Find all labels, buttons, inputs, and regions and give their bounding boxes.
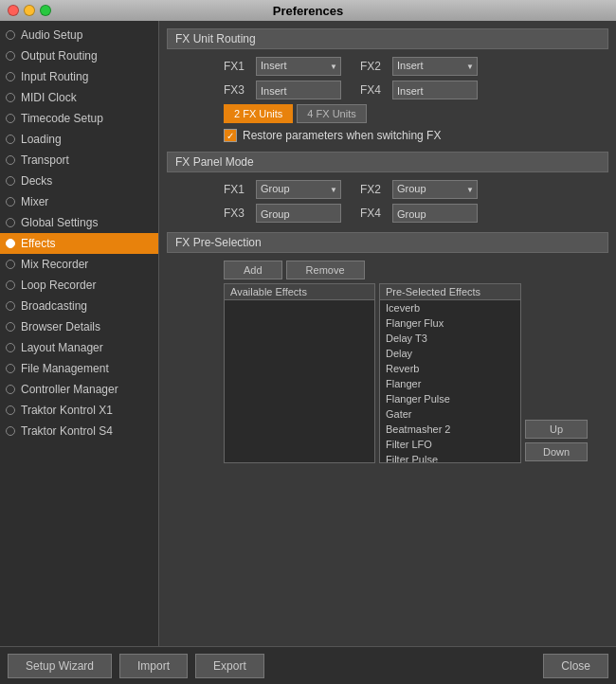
sidebar-label-loop-recorder: Loop Recorder bbox=[21, 279, 96, 292]
sidebar-bullet-file-management bbox=[6, 364, 15, 373]
sidebar-bullet-mixer bbox=[6, 197, 15, 207]
effect-reverb[interactable]: Reverb bbox=[380, 361, 520, 376]
panel-fx2-label: FX2 bbox=[360, 183, 389, 196]
effect-gater[interactable]: Gater bbox=[380, 406, 520, 422]
sidebar-item-file-management[interactable]: File Management bbox=[0, 358, 158, 379]
sidebar-item-decks[interactable]: Decks bbox=[0, 171, 158, 191]
export-button[interactable]: Export bbox=[195, 654, 264, 678]
sidebar-item-transport[interactable]: Transport bbox=[0, 150, 158, 171]
panel-fx1-select[interactable]: Group bbox=[256, 180, 341, 199]
sidebar-bullet-mix-recorder bbox=[6, 260, 15, 269]
maximize-traffic-light[interactable] bbox=[40, 5, 51, 16]
4fx-units-button[interactable]: 4 FX Units bbox=[297, 104, 366, 123]
sidebar-item-traktor-kontrol-x1[interactable]: Traktor Kontrol X1 bbox=[0, 400, 158, 421]
fx2-select[interactable]: Insert bbox=[392, 57, 478, 76]
sidebar-bullet-controller-manager bbox=[6, 385, 15, 394]
sidebar-bullet-effects bbox=[6, 239, 15, 248]
sidebar-item-effects[interactable]: Effects bbox=[0, 233, 158, 254]
panel-fx1-label: FX1 bbox=[224, 183, 252, 196]
fx-panel-row-1: FX1 Group FX2 Group bbox=[167, 180, 608, 199]
title-bar: Preferences bbox=[0, 0, 616, 21]
fx1-select[interactable]: Insert bbox=[256, 57, 341, 76]
sidebar-bullet-midi-clock bbox=[6, 93, 15, 102]
2fx-units-button[interactable]: 2 FX Units bbox=[224, 104, 293, 123]
up-button[interactable]: Up bbox=[525, 420, 588, 439]
sidebar-label-mix-recorder: Mix Recorder bbox=[21, 258, 88, 271]
sidebar-item-loop-recorder[interactable]: Loop Recorder bbox=[0, 275, 158, 296]
sidebar-item-broadcasting[interactable]: Broadcasting bbox=[0, 296, 158, 316]
sidebar-item-midi-clock[interactable]: MIDI Clock bbox=[0, 87, 158, 108]
fx-unit-row-2: FX3 Insert FX4 Insert bbox=[167, 81, 608, 99]
sidebar-item-layout-manager[interactable]: Layout Manager bbox=[0, 337, 158, 358]
bottom-bar: Setup Wizard Import Export Close bbox=[0, 646, 616, 684]
fx3-value: Insert bbox=[256, 81, 341, 99]
effect-iceverb[interactable]: Iceverb bbox=[380, 300, 520, 315]
available-effects-list: Available Effects bbox=[224, 283, 375, 463]
fx-panel-mode-header: FX Panel Mode bbox=[167, 152, 608, 172]
sidebar-item-browser-details[interactable]: Browser Details bbox=[0, 316, 158, 337]
import-button[interactable]: Import bbox=[119, 654, 188, 678]
down-button[interactable]: Down bbox=[525, 442, 588, 461]
sidebar-label-midi-clock: MIDI Clock bbox=[21, 91, 77, 104]
unit-buttons: 2 FX Units 4 FX Units bbox=[167, 104, 608, 123]
fx2-select-wrap[interactable]: Insert bbox=[392, 57, 478, 76]
sidebar-bullet-decks bbox=[6, 176, 15, 186]
sidebar-label-traktor-kontrol-x1: Traktor Kontrol X1 bbox=[21, 404, 113, 417]
restore-label: Restore parameters when switching FX bbox=[243, 129, 441, 142]
pre-selected-effects-list: Pre-Selected Effects Iceverb Flanger Flu… bbox=[379, 283, 521, 463]
sidebar-item-global-settings[interactable]: Global Settings bbox=[0, 212, 158, 233]
close-traffic-light[interactable] bbox=[8, 5, 19, 16]
effect-flanger-pulse[interactable]: Flanger Pulse bbox=[380, 391, 520, 406]
fx2-label: FX2 bbox=[360, 60, 389, 73]
up-down-column: Up Down bbox=[525, 420, 588, 463]
sidebar-bullet-transport bbox=[6, 155, 15, 165]
setup-wizard-button[interactable]: Setup Wizard bbox=[8, 654, 112, 678]
effect-filter-lfo[interactable]: Filter LFO bbox=[380, 437, 520, 452]
panel-fx2-select-wrap[interactable]: Group bbox=[392, 180, 478, 199]
sidebar-bullet-traktor-kontrol-s4 bbox=[6, 426, 15, 436]
fx1-select-wrap[interactable]: Insert bbox=[256, 57, 341, 76]
sidebar-item-audio-setup[interactable]: Audio Setup bbox=[0, 25, 158, 45]
add-button[interactable]: Add bbox=[224, 261, 282, 279]
minimize-traffic-light[interactable] bbox=[24, 5, 35, 16]
sidebar-bullet-traktor-kontrol-x1 bbox=[6, 405, 15, 415]
sidebar-bullet-layout-manager bbox=[6, 343, 15, 352]
effect-delay[interactable]: Delay bbox=[380, 346, 520, 361]
sidebar-bullet-audio-setup bbox=[6, 30, 15, 40]
panel-fx3-label: FX3 bbox=[224, 207, 252, 220]
effect-flanger[interactable]: Flanger bbox=[380, 376, 520, 391]
sidebar-item-timecode-setup[interactable]: Timecode Setup bbox=[0, 108, 158, 129]
sidebar-label-input-routing: Input Routing bbox=[21, 70, 88, 83]
panel-fx3-value: Group bbox=[256, 204, 341, 223]
sidebar-item-mixer[interactable]: Mixer bbox=[0, 191, 158, 212]
sidebar-item-output-routing[interactable]: Output Routing bbox=[0, 45, 158, 66]
sidebar-label-mixer: Mixer bbox=[21, 195, 48, 208]
sidebar-label-broadcasting: Broadcasting bbox=[21, 299, 87, 313]
restore-checkbox[interactable] bbox=[224, 129, 237, 142]
fx4-label: FX4 bbox=[360, 83, 389, 97]
fx-unit-routing-header: FX Unit Routing bbox=[167, 28, 608, 49]
remove-button[interactable]: Remove bbox=[286, 261, 365, 279]
sidebar-item-traktor-kontrol-s4[interactable]: Traktor Kontrol S4 bbox=[0, 421, 158, 441]
effect-beatmasher2[interactable]: Beatmasher 2 bbox=[380, 422, 520, 437]
panel-fx1-select-wrap[interactable]: Group bbox=[256, 180, 341, 199]
sidebar-bullet-input-routing bbox=[6, 72, 15, 81]
sidebar-bullet-timecode-setup bbox=[6, 114, 15, 123]
sidebar-item-mix-recorder[interactable]: Mix Recorder bbox=[0, 254, 158, 275]
available-effects-header: Available Effects bbox=[225, 284, 374, 300]
sidebar-item-loading[interactable]: Loading bbox=[0, 129, 158, 150]
effect-delay-t3[interactable]: Delay T3 bbox=[380, 331, 520, 346]
fx-pre-selection-header: FX Pre-Selection bbox=[167, 232, 608, 253]
close-button[interactable]: Close bbox=[543, 654, 608, 678]
effect-filter-pulse[interactable]: Filter Pulse bbox=[380, 452, 520, 463]
sidebar-label-timecode-setup: Timecode Setup bbox=[21, 112, 103, 125]
panel-fx2-select[interactable]: Group bbox=[392, 180, 478, 199]
sidebar-label-loading: Loading bbox=[21, 133, 62, 146]
fx-panel-row-2: FX3 Group FX4 Group bbox=[167, 204, 608, 223]
sidebar-item-input-routing[interactable]: Input Routing bbox=[0, 66, 158, 87]
sidebar-bullet-loading bbox=[6, 135, 15, 144]
sidebar-label-output-routing: Output Routing bbox=[21, 49, 98, 63]
window-title: Preferences bbox=[273, 4, 343, 18]
effect-flanger-flux[interactable]: Flanger Flux bbox=[380, 315, 520, 331]
sidebar-item-controller-manager[interactable]: Controller Manager bbox=[0, 379, 158, 400]
